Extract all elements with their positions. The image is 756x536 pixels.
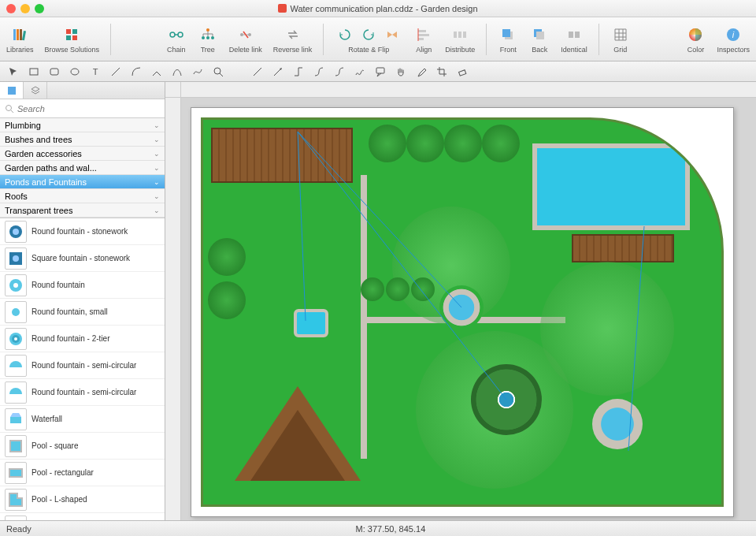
main-toolbar: Libraries Browse Solutions Chain Tree De… [0,17,756,61]
tb-chain[interactable]: Chain [166,24,187,54]
pointer-tool[interactable] [5,64,22,80]
rect-tool[interactable] [25,64,43,80]
bush[interactable] [444,125,482,162]
category-garden-paths-and-wal-[interactable]: Garden paths and wal...⌄ [0,161,165,175]
eyedropper-tool[interactable] [413,64,430,80]
round-fountain[interactable] [439,285,484,329]
tb-distribute[interactable]: Distribute [445,24,475,54]
tb-inspectors[interactable]: i Inspectors [717,24,750,54]
shape-item[interactable]: Round fountain, small [0,299,165,326]
tb-identical[interactable]: Identical [561,24,587,54]
bush[interactable] [406,125,444,162]
shape-item[interactable]: Pool - square [0,433,165,460]
bush[interactable] [482,125,520,162]
page[interactable] [191,107,734,517]
ellipse-tool[interactable] [66,64,83,80]
shape-item[interactable]: Round fountain - semi-circular [0,352,165,379]
separator [110,24,111,55]
rotate-left-icon[interactable] [335,24,355,45]
freehand-tool[interactable] [351,64,369,80]
round-connector[interactable] [331,64,348,80]
shape-thumbnail [5,301,27,323]
tb-browse[interactable]: Browse Solutions [45,24,100,54]
bush[interactable] [208,238,246,276]
category-roofs[interactable]: Roofs⌄ [0,189,165,203]
svg-point-52 [13,255,19,262]
tb-libraries[interactable]: Libraries [6,24,34,54]
spline-tool[interactable] [189,64,206,80]
svg-rect-0 [13,29,16,40]
canvas-viewport[interactable] [181,98,756,520]
category-ponds-and-fountains[interactable]: Ponds and Fountains⌄ [0,175,165,189]
category-transparent-trees[interactable]: Transparent trees⌄ [0,203,165,218]
direct-line[interactable] [249,64,266,80]
tb-tree[interactable]: Tree [198,24,218,54]
shape-item[interactable]: Round fountain [0,272,165,299]
transparent-tree[interactable] [540,262,674,396]
shape-item[interactable]: Pool - 2-tier [0,513,165,520]
tab-shapes[interactable] [0,82,24,99]
line-tool[interactable] [107,64,124,80]
shape-item[interactable]: Square fountain - stonework [0,245,165,272]
search-input[interactable] [17,104,160,114]
small-pool[interactable] [294,309,328,337]
rectangular-pool[interactable] [532,143,690,230]
tb-reverse-link[interactable]: Reverse link [273,24,313,54]
round-fountain[interactable] [592,399,643,449]
garden-plan[interactable] [201,117,724,507]
pool-cabana[interactable] [572,234,674,262]
shape-item[interactable]: Round fountain - 2-tier [0,326,165,352]
svg-point-11 [206,28,209,32]
roundrect-tool[interactable] [46,64,63,80]
tb-delete-link[interactable]: Delete link [229,24,262,54]
flip-icon[interactable] [382,24,402,45]
category-plumbing[interactable]: Plumbing⌄ [0,118,165,132]
bush[interactable] [208,281,246,319]
category-garden-accessories[interactable]: Garden accessories⌄ [0,147,165,161]
back-icon [529,24,550,45]
separator [598,24,599,55]
close-icon[interactable] [6,4,16,13]
zoom-icon[interactable] [35,4,44,13]
bush[interactable] [369,125,406,162]
search-tool[interactable] [209,64,227,80]
library-search[interactable] [0,99,165,118]
crop-tool[interactable] [433,64,450,80]
shape-item[interactable]: Round fountain - stonework [0,218,165,245]
callout-tool[interactable] [372,64,389,80]
wooden-deck[interactable] [211,128,353,183]
minimize-icon[interactable] [20,4,30,13]
small-bush[interactable] [386,277,410,301]
shape-item[interactable]: Pool - L-shaped [0,486,165,513]
text-tool[interactable]: T [87,64,104,80]
shape-item[interactable]: Pool - rectangular [0,460,165,486]
tb-grid[interactable]: Grid [610,24,631,54]
tb-label: Inspectors [717,46,750,54]
tiered-fountain[interactable] [471,364,542,435]
shape-item[interactable]: Round fountain - semi-circular [0,379,165,406]
tb-front[interactable]: Front [498,24,518,54]
category-bushes-and-trees[interactable]: Bushes and trees⌄ [0,132,165,147]
tb-back[interactable]: Back [529,24,550,54]
tab-layers[interactable] [24,82,47,99]
eraser-tool[interactable] [454,64,471,80]
arc-tool[interactable] [128,64,145,80]
hand-tool[interactable] [392,64,410,80]
svg-point-15 [240,33,243,36]
smart-connector[interactable] [290,64,307,80]
arrow-line[interactable] [269,64,287,80]
connector-tool[interactable] [148,64,165,80]
category-label: Bushes and trees [5,135,72,144]
small-bush[interactable] [411,277,435,301]
svg-line-39 [112,68,120,76]
tb-color[interactable]: Color [685,24,706,54]
small-bush[interactable] [361,277,384,301]
curve-connector[interactable] [310,64,328,80]
shape-item[interactable]: Waterfall [0,406,165,433]
rotate-right-icon[interactable] [358,24,379,45]
panel-tabs [0,82,165,99]
tb-align[interactable]: Align [413,24,434,54]
tb-label: Front [500,46,517,54]
tb-rotate[interactable]: Rotate & Flip [335,24,402,54]
bezier-tool[interactable] [169,64,186,80]
